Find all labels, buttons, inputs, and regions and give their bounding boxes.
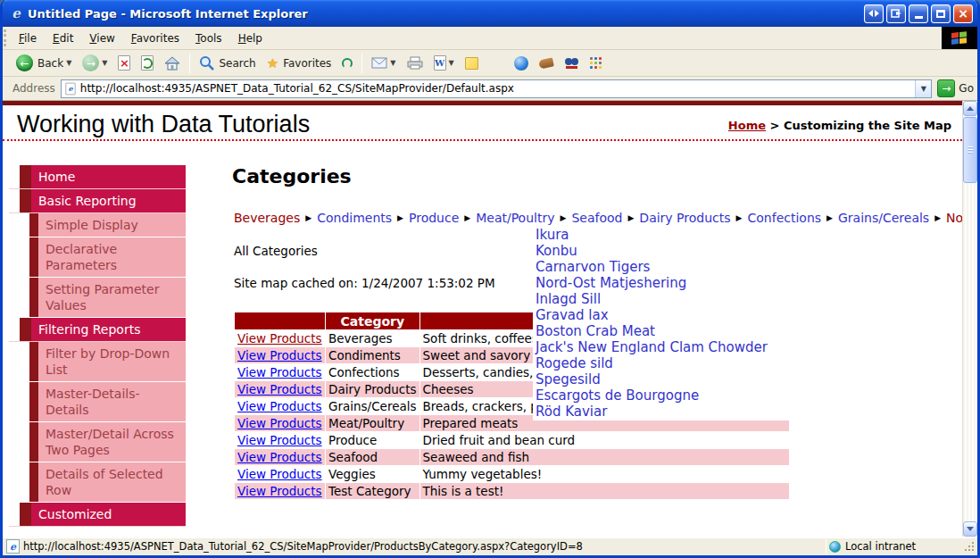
vertical-scrollbar[interactable] (962, 101, 977, 537)
mail-button[interactable]: ▼ (367, 55, 400, 71)
flyout-product-jack-s-new-england-clam-chowder[interactable]: Jack's New England Clam Chowder (533, 339, 790, 355)
menu-tools[interactable]: Tools (187, 32, 230, 45)
go-button[interactable]: → Go (937, 79, 974, 97)
address-input[interactable]: e http://localhost:4935/ASPNET_Data_Tuto… (61, 79, 933, 98)
category-menu-item-meat-poultry[interactable]: Meat/Poultry (476, 211, 554, 225)
messenger-button[interactable] (586, 55, 607, 71)
print-button[interactable] (403, 54, 428, 71)
scroll-down-button[interactable] (963, 521, 977, 537)
flyout-product-konbu[interactable]: Konbu (533, 243, 790, 259)
sidebar-item-simple-display[interactable]: Simple Display (9, 213, 186, 237)
sidebar-item-master-details-details[interactable]: Master-Details-Details (9, 382, 186, 422)
sidebar-item-basic-reporting[interactable]: Basic Reporting (9, 189, 186, 213)
search-button[interactable]: Search (195, 54, 260, 72)
refresh-button[interactable] (137, 54, 158, 72)
view-products-link-beverages[interactable]: View Products (237, 331, 322, 346)
nav-arrows-button[interactable] (864, 4, 884, 23)
sidebar-item-setting-parameter-values[interactable]: Setting Parameter Values (9, 278, 186, 318)
flyout-product-carnarvon-tigers[interactable]: Carnarvon Tigers (533, 259, 790, 275)
msn-button[interactable] (510, 54, 533, 72)
category-menu-item-dairy-products[interactable]: Dairy Products (639, 211, 730, 225)
stop-icon: × (118, 55, 130, 71)
minimize-button[interactable] (909, 4, 928, 23)
sidebar-item-details-of-selected-row[interactable]: Details of Selected Row (9, 462, 186, 503)
page-ie-icon: e (65, 82, 75, 95)
view-products-link-test-category[interactable]: View Products (237, 484, 322, 498)
category-menu-item-none[interactable]: None (946, 211, 962, 225)
flyout-product-boston-crab-meat[interactable]: Boston Crab Meat (533, 323, 790, 339)
flyout-product-rogede-sild[interactable]: Rogede sild (533, 355, 790, 371)
category-menu-item-grains-cereals[interactable]: Grains/Cereals (838, 211, 929, 225)
sidebar-item-filter-by-drop-down-list[interactable]: Filter by Drop-Down List (9, 342, 186, 382)
stop-button[interactable]: × (113, 54, 135, 72)
flyout-product-inlagd-sill[interactable]: Inlagd Sill (533, 291, 790, 307)
sidebar-item-label: Customized (31, 503, 186, 526)
flyout-product-escargots-de-bourgogne[interactable]: Escargots de Bourgogne (533, 387, 790, 404)
flyout-product-r-d-kaviar[interactable]: Röd Kaviar (533, 404, 790, 420)
resize-grip[interactable] (963, 540, 976, 553)
popout-button[interactable] (886, 4, 906, 23)
category-menu-item-beverages[interactable]: Beverages (234, 211, 300, 225)
mail-dropdown-icon[interactable]: ▼ (390, 59, 395, 67)
address-dropdown-button[interactable]: ▼ (915, 80, 931, 97)
menu-edit[interactable]: Edit (45, 32, 81, 45)
edit-with-word-button[interactable]: W ▼ (429, 54, 459, 72)
breadcrumb-home-link[interactable]: Home (728, 119, 766, 132)
view-products-link-produce[interactable]: View Products (237, 433, 322, 447)
category-menu-item-produce[interactable]: Produce (409, 211, 459, 225)
menu-help[interactable]: Help (230, 32, 270, 45)
forward-button[interactable]: → ▼ (78, 53, 112, 73)
view-products-link-condiments[interactable]: View Products (237, 348, 322, 362)
scrollbar-thumb[interactable] (963, 117, 977, 183)
view-products-link-grains-cereals[interactable]: View Products (237, 399, 322, 413)
home-button[interactable] (160, 54, 185, 72)
menu-favorites[interactable]: Favorites (123, 32, 187, 45)
maximize-button[interactable] (931, 4, 951, 23)
title-bar: e Untitled Page - Microsoft Internet Exp… (3, 0, 977, 27)
discuss-note-icon (465, 57, 478, 70)
back-dropdown-icon[interactable]: ▼ (66, 59, 71, 67)
popout-icon (891, 9, 901, 18)
history-button[interactable] (337, 56, 357, 71)
flyout-product-gravad-lax[interactable]: Gravad lax (533, 307, 790, 323)
sidebar-item-home[interactable]: Home (9, 165, 186, 189)
zone-label: Local intranet (845, 540, 916, 553)
flyout-product-ikura[interactable]: Ikura (533, 227, 790, 243)
sidebar-item-label: Setting Parameter Values (38, 278, 186, 317)
favorites-button[interactable]: ★ Favorites (262, 54, 336, 73)
flyout-product-nord-ost-matjeshering[interactable]: Nord-Ost Matjeshering (533, 275, 790, 291)
close-button[interactable]: × (953, 4, 973, 23)
scroll-up-button[interactable] (963, 101, 977, 116)
windows-flag-icon (951, 31, 968, 46)
edit-dropdown-icon[interactable]: ▼ (449, 59, 454, 67)
home-icon (164, 56, 180, 71)
view-products-link-meat-poultry[interactable]: View Products (237, 416, 322, 430)
addon-button[interactable] (535, 57, 558, 70)
toolbar-grip[interactable] (4, 29, 10, 46)
view-products-link-seafood[interactable]: View Products (237, 450, 322, 464)
view-products-cell: View Products (235, 449, 325, 465)
view-products-cell: View Products (235, 483, 325, 499)
research-button[interactable] (560, 54, 584, 71)
close-icon: × (958, 7, 968, 20)
address-url-text[interactable]: http://localhost:4935/ASPNET_Data_Tutori… (77, 82, 916, 95)
sidebar-item-declarative-parameters[interactable]: Declarative Parameters (9, 237, 186, 278)
discuss-button[interactable] (461, 55, 483, 71)
sidebar-item-master-detail-across-two-pages[interactable]: Master/Detail Across Two Pages (9, 422, 186, 462)
view-products-link-confections[interactable]: View Products (237, 365, 322, 379)
view-products-link-dairy-products[interactable]: View Products (237, 382, 322, 396)
category-menu-item-seafood[interactable]: Seafood (571, 211, 622, 225)
view-products-cell: View Products (235, 347, 325, 363)
menu-file[interactable]: File (11, 32, 45, 45)
forward-dropdown-icon[interactable]: ▼ (102, 59, 107, 67)
flyout-product-spegesild[interactable]: Spegesild (533, 371, 790, 387)
category-menu-item-condiments[interactable]: Condiments (317, 211, 392, 225)
sidebar-item-customized[interactable]: Customized (9, 503, 186, 527)
sidebar-item-filtering-reports[interactable]: Filtering Reports (9, 318, 186, 342)
view-products-link-veggies[interactable]: View Products (237, 467, 322, 481)
refresh-icon (141, 55, 154, 71)
scrollbar-track[interactable] (963, 184, 977, 521)
back-button[interactable]: ← Back ▼ (12, 53, 76, 73)
category-menu-item-confections[interactable]: Confections (747, 211, 821, 225)
menu-view[interactable]: View (81, 32, 122, 45)
